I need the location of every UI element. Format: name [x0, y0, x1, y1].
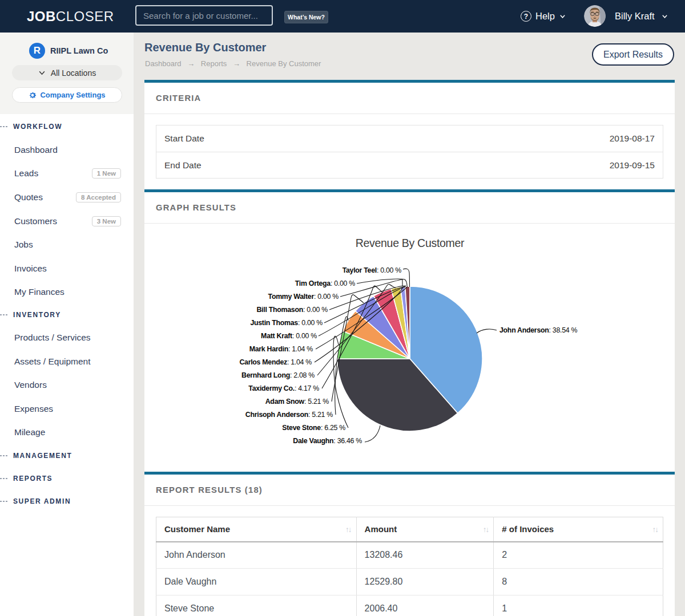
svg-text:Dale Vaughn: 36.46 %: Dale Vaughn: 36.46 %: [293, 437, 362, 445]
svg-text:Tim Ortega: 0.00 %: Tim Ortega: 0.00 %: [295, 279, 356, 287]
svg-text:John Anderson: 38.54 %: John Anderson: 38.54 %: [499, 326, 577, 334]
svg-text:Justin Thomas: 0.00 %: Justin Thomas: 0.00 %: [250, 319, 323, 327]
svg-text:Adam Snow: 5.21 %: Adam Snow: 5.21 %: [265, 398, 329, 406]
svg-text:Matt Kraft: 0.00 %: Matt Kraft: 0.00 %: [261, 332, 317, 340]
svg-text:Bill Thomason: 0.00 %: Bill Thomason: 0.00 %: [256, 306, 328, 314]
svg-text:Chrisoph Anderson: 5.21 %: Chrisoph Anderson: 5.21 %: [245, 411, 333, 419]
svg-text:Steve Stone: 6.25 %: Steve Stone: 6.25 %: [282, 424, 345, 432]
svg-text:Mark Hardin: 1.04 %: Mark Hardin: 1.04 %: [249, 345, 313, 353]
svg-text:Tommy Walter: 0.00 %: Tommy Walter: 0.00 %: [268, 293, 339, 301]
svg-text:Revenue By Customer: Revenue By Customer: [356, 237, 465, 249]
svg-text:Carlos Mendez: 1.04 %: Carlos Mendez: 1.04 %: [239, 358, 312, 366]
svg-text:Taxidermy Co.: 4.17 %: Taxidermy Co.: 4.17 %: [248, 384, 319, 392]
svg-text:Bernhard Long: 2.08 %: Bernhard Long: 2.08 %: [241, 371, 315, 379]
svg-text:Taylor Teel: 0.00 %: Taylor Teel: 0.00 %: [342, 266, 402, 274]
